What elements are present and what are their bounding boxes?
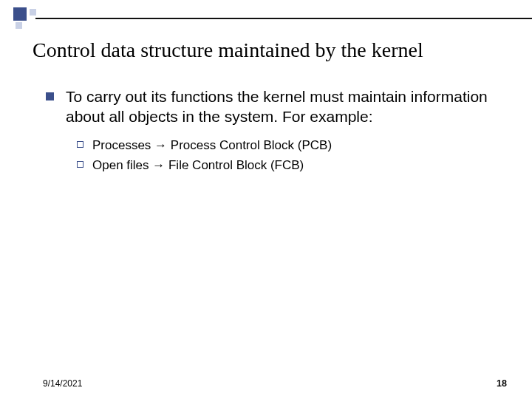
sub-list: Processes → Process Control Block (PCB) … (77, 137, 502, 174)
sub-text-after: File Control Block (FCB) (165, 158, 304, 172)
decor-square-small (30, 9, 36, 16)
hollow-bullet-icon (77, 161, 83, 168)
arrow-icon: → (152, 158, 165, 172)
list-item-text: To carry out its functions the kernel mu… (66, 87, 502, 127)
arrow-icon: → (154, 138, 167, 152)
list-item: Open files → File Control Block (FCB) (77, 157, 502, 174)
slide-body: To carry out its functions the kernel mu… (46, 87, 502, 177)
decor-square-large (13, 7, 27, 21)
corner-decoration (13, 7, 43, 37)
decor-square-small (16, 22, 22, 29)
list-item-text: Open files → File Control Block (FCB) (92, 157, 304, 174)
footer-date: 9/14/2021 (43, 378, 82, 389)
list-item-text: Processes → Process Control Block (PCB) (92, 137, 332, 154)
slide: Control data structure maintained by the… (0, 0, 532, 399)
slide-title: Control data structure maintained by the… (33, 38, 510, 62)
list-item: Processes → Process Control Block (PCB) (77, 137, 502, 154)
footer-page-number: 18 (497, 378, 507, 389)
sub-text-before: Processes (92, 138, 154, 152)
bullet-icon (46, 92, 54, 100)
sub-text-before: Open files (92, 158, 152, 172)
hollow-bullet-icon (77, 141, 83, 148)
sub-text-after: Process Control Block (PCB) (167, 138, 332, 152)
horizontal-rule (35, 18, 532, 19)
list-item: To carry out its functions the kernel mu… (46, 87, 502, 127)
